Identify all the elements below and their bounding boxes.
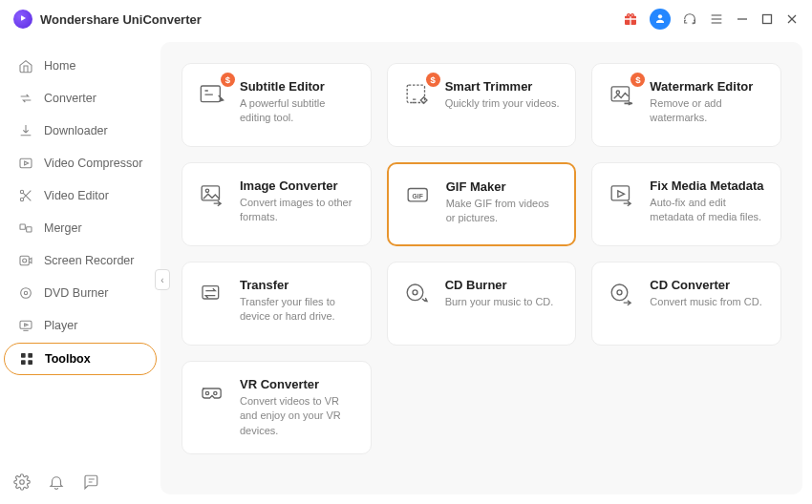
sidebar-item-label: Screen Recorder	[44, 254, 135, 267]
merger-icon	[17, 220, 34, 237]
transfer-icon	[196, 278, 228, 310]
image-converter-icon	[196, 178, 228, 211]
svg-point-37	[413, 290, 417, 295]
sidebar-item-dvd[interactable]: DVD Burner	[4, 278, 157, 308]
main-content: $ Subtitle Editor A powerful subtitle ed…	[160, 42, 802, 494]
card-desc: Convert images to other formats.	[240, 196, 357, 225]
svg-rect-5	[763, 15, 772, 24]
svg-text:GIF: GIF	[412, 193, 422, 200]
notifications-icon[interactable]	[48, 473, 65, 491]
sidebar-item-home[interactable]: Home	[4, 51, 157, 81]
sidebar-item-label: Video Editor	[44, 189, 109, 202]
sidebar-item-editor[interactable]: Video Editor	[4, 180, 157, 211]
close-button[interactable]	[785, 12, 799, 26]
feedback-icon[interactable]	[82, 473, 99, 491]
sidebar-item-downloader[interactable]: Downloader	[4, 116, 157, 146]
collapse-sidebar-button[interactable]: ‹	[155, 269, 170, 290]
card-title: CD Converter	[650, 278, 761, 292]
card-title: Transfer	[240, 278, 357, 292]
svg-point-30	[205, 189, 208, 192]
svg-point-38	[611, 284, 628, 301]
sidebar-item-toolbox[interactable]: Toolbox	[4, 343, 157, 375]
gif-maker-icon: GIF	[402, 179, 435, 212]
download-icon	[17, 122, 34, 139]
sidebar-item-label: Video Compressor	[44, 157, 142, 170]
card-desc: Convert videos to VR and enjoy on your V…	[240, 394, 357, 438]
card-title: Smart Trimmer	[445, 79, 560, 94]
badge-icon: $	[221, 73, 235, 87]
svg-point-41	[214, 391, 217, 394]
fix-metadata-icon	[606, 178, 638, 211]
card-title: CD Burner	[445, 278, 554, 292]
svg-rect-13	[27, 227, 32, 232]
dvd-icon	[17, 284, 34, 302]
badge-icon: $	[630, 73, 645, 87]
tool-fix-metadata[interactable]: Fix Media Metadata Auto-fix and edit met…	[591, 162, 781, 246]
minimize-button[interactable]	[736, 12, 749, 26]
badge-icon: $	[426, 73, 440, 87]
card-title: Image Converter	[240, 178, 357, 193]
sidebar: Home Converter Downloader Video Compress…	[0, 38, 160, 504]
card-title: Fix Media Metadata	[650, 178, 767, 193]
cd-burner-icon	[401, 278, 434, 310]
svg-point-28	[616, 91, 619, 94]
watermark-editor-icon: $	[606, 79, 638, 112]
sidebar-bottom	[0, 464, 160, 504]
svg-marker-19	[25, 324, 28, 326]
support-icon[interactable]	[682, 11, 697, 27]
sidebar-item-label: Downloader	[44, 124, 108, 137]
sidebar-item-merger[interactable]: Merger	[4, 213, 157, 243]
tool-gif-maker[interactable]: GIF GIF Maker Make GIF from videos or pi…	[387, 162, 577, 246]
gift-icon[interactable]	[623, 11, 638, 27]
sidebar-item-compressor[interactable]: Video Compressor	[4, 148, 157, 178]
svg-point-0	[658, 14, 662, 18]
card-desc: Burn your music to CD.	[445, 295, 554, 309]
tool-transfer[interactable]: Transfer Transfer your files to device o…	[182, 262, 372, 346]
card-title: GIF Maker	[446, 179, 562, 194]
sidebar-item-player[interactable]: Player	[4, 310, 157, 341]
svg-marker-34	[618, 191, 625, 198]
svg-point-24	[20, 480, 25, 485]
tool-cd-converter[interactable]: CD Converter Convert music from CD.	[591, 262, 781, 346]
compressor-icon	[17, 155, 34, 172]
card-desc: Convert music from CD.	[650, 295, 761, 309]
svg-rect-23	[28, 360, 32, 365]
maximize-button[interactable]	[760, 12, 774, 26]
svg-point-40	[205, 391, 208, 394]
user-avatar-icon[interactable]	[650, 9, 671, 30]
sidebar-item-label: Toolbox	[45, 352, 91, 366]
sidebar-item-recorder[interactable]: Screen Recorder	[4, 245, 157, 276]
vr-converter-icon	[196, 377, 228, 410]
svg-marker-9	[25, 161, 29, 165]
svg-point-36	[407, 284, 423, 301]
tool-cd-burner[interactable]: CD Burner Burn your music to CD.	[387, 262, 577, 346]
tool-smart-trimmer[interactable]: $ Smart Trimmer Quickly trim your videos…	[387, 63, 577, 147]
svg-point-11	[20, 198, 23, 200]
card-desc: Transfer your files to device or hard dr…	[240, 295, 357, 325]
svg-point-16	[21, 288, 32, 299]
card-desc: Quickly trim your videos.	[445, 96, 560, 111]
sidebar-item-label: Player	[44, 319, 77, 332]
tool-subtitle-editor[interactable]: $ Subtitle Editor A powerful subtitle ed…	[182, 63, 372, 147]
cd-converter-icon	[606, 278, 638, 310]
title-bar: Wondershare UniConverter	[0, 0, 812, 38]
recorder-icon	[17, 252, 34, 269]
card-desc: A powerful subtitle editing tool.	[240, 96, 357, 126]
topbar-actions	[623, 9, 799, 30]
tool-image-converter[interactable]: Image Converter Convert images to other …	[182, 162, 372, 246]
tool-vr-converter[interactable]: VR Converter Convert videos to VR and en…	[182, 361, 372, 454]
card-title: Watermark Editor	[650, 79, 767, 94]
svg-rect-12	[20, 224, 25, 229]
toolbox-icon	[18, 350, 35, 368]
card-desc: Remove or add watermarks.	[650, 96, 767, 126]
menu-icon[interactable]	[709, 11, 724, 27]
svg-rect-22	[21, 360, 26, 365]
settings-icon[interactable]	[13, 473, 31, 491]
svg-rect-20	[21, 353, 26, 358]
tool-watermark-editor[interactable]: $ Watermark Editor Remove or add waterma…	[591, 63, 781, 147]
sidebar-item-label: Home	[44, 59, 75, 73]
app-logo-icon	[13, 10, 32, 29]
svg-point-10	[20, 190, 23, 193]
sidebar-item-converter[interactable]: Converter	[4, 83, 157, 114]
player-icon	[17, 317, 34, 334]
